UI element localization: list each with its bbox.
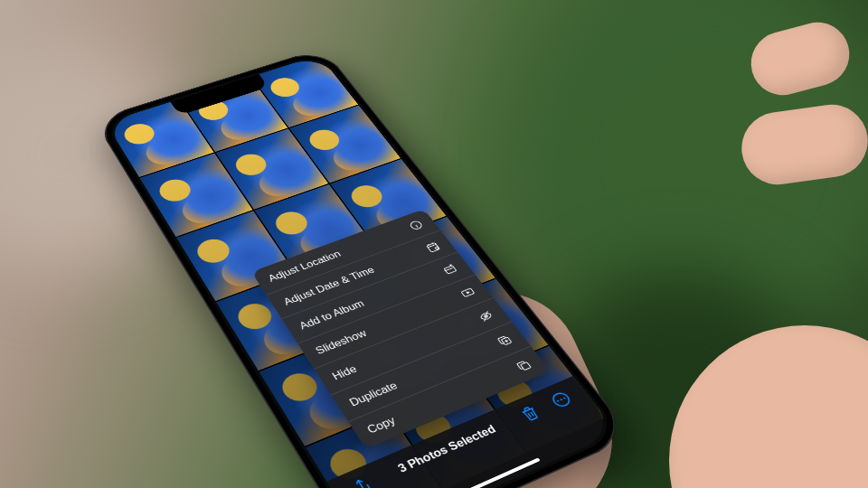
album-add-icon <box>440 262 460 277</box>
svg-point-10 <box>560 399 562 400</box>
eye-off-icon <box>476 308 496 324</box>
svg-point-9 <box>557 399 560 401</box>
info-icon <box>407 219 426 232</box>
calendar-icon <box>423 240 443 255</box>
play-rect-icon <box>458 285 477 299</box>
menu-item-label: Hide <box>330 363 359 382</box>
svg-rect-3 <box>444 266 457 274</box>
ellipsis-icon[interactable] <box>547 389 575 410</box>
home-indicator[interactable] <box>441 457 541 488</box>
duplicate-icon <box>495 333 515 348</box>
menu-item-label: Copy <box>365 415 398 436</box>
copy-icon <box>514 358 534 374</box>
svg-point-11 <box>563 397 566 399</box>
trash-icon[interactable] <box>515 402 543 425</box>
share-icon[interactable] <box>347 474 376 488</box>
